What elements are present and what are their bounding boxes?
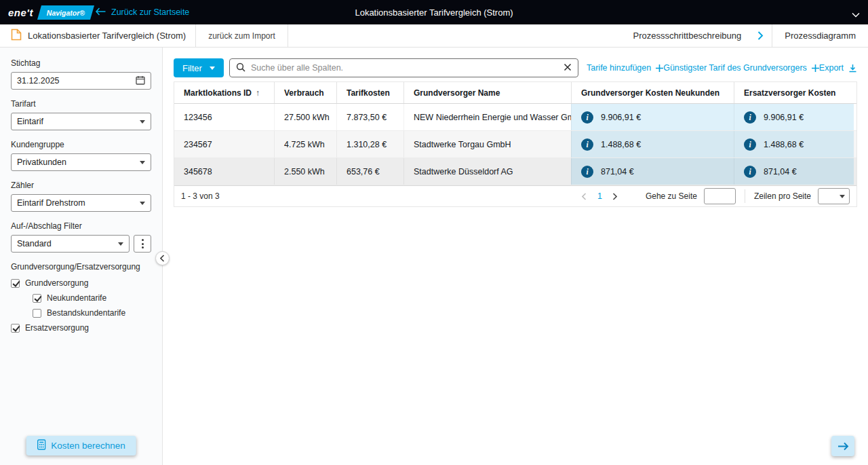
kundengruppe-value: Privatkunden — [17, 157, 66, 167]
zaehler-label: Zähler — [11, 181, 151, 190]
cell-verbrauch: 2.550 kWh — [274, 158, 336, 185]
zaehler-select[interactable]: Eintarif Drehstrom — [11, 194, 151, 212]
pagination-bar: 1 - 3 von 3 1 Gehe zu Seite Zeilen pro S… — [174, 185, 856, 206]
filter-button[interactable]: Filter — [174, 58, 224, 77]
zaehler-value: Eintarif Drehstrom — [17, 198, 85, 208]
table-row[interactable]: 234567 4.725 kWh 1.310,28 € Stadtwerke T… — [174, 131, 856, 158]
plus-icon — [656, 64, 663, 72]
kebab-menu-icon — [142, 239, 144, 248]
info-icon[interactable] — [581, 138, 593, 151]
tab-tarifvergleich[interactable]: Lokationsbasierter Tarifvergleich (Strom… — [0, 24, 195, 47]
next-step-button[interactable] — [831, 436, 854, 456]
tab-title: Lokationsbasierter Tarifvergleich (Strom… — [28, 31, 186, 41]
expand-chevron-icon[interactable] — [749, 24, 772, 47]
back-to-home-link[interactable]: Zurück zur Startseite — [95, 7, 189, 18]
download-icon — [848, 64, 857, 73]
more-options-button[interactable] — [134, 235, 151, 253]
column-label: Marktlokations ID — [184, 88, 252, 98]
filter-button-label: Filter — [182, 63, 202, 73]
navigator-badge: Navigator® — [37, 5, 94, 20]
cost-value: 9.906,91 € — [764, 113, 804, 122]
top-bar: ene't Navigator® Zurück zur Startseite L… — [0, 0, 868, 24]
chevron-down-icon — [118, 242, 123, 246]
main-content: Filter Tarife hinzufügen Günstigster Tar… — [163, 48, 868, 465]
column-header-verbrauch[interactable]: Verbrauch — [274, 82, 336, 103]
abschlag-filter-select[interactable]: Standard — [11, 235, 130, 253]
checkbox-grundversorgung[interactable]: Grundversorgung — [11, 278, 151, 288]
process-diagram-button[interactable]: Prozessdiagramm — [772, 24, 868, 47]
checkbox-label: Neukundentarife — [47, 293, 106, 303]
chevron-down-icon — [840, 195, 845, 198]
cell-ersatzversorger-kosten: 871,04 € — [734, 158, 854, 185]
stichtag-value: 31.12.2025 — [17, 76, 60, 86]
cell-grundversorger-kosten: 1.488,68 € — [571, 131, 734, 157]
table-row[interactable]: 123456 27.500 kWh 7.873,50 € NEW Niederr… — [174, 104, 856, 131]
plus-icon — [812, 64, 819, 72]
tarifart-value: Eintarif — [17, 117, 43, 126]
info-icon[interactable] — [744, 166, 756, 178]
search-box[interactable] — [229, 58, 578, 77]
subheader-spacer — [288, 24, 625, 47]
add-tariffs-link[interactable]: Tarife hinzufügen — [587, 63, 663, 73]
cheapest-tariff-link[interactable]: Günstigster Tarif des Grundversorgers — [663, 63, 819, 73]
kundengruppe-label: Kundengruppe — [11, 140, 151, 149]
sort-ascending-icon[interactable]: ↑ — [256, 88, 260, 98]
checkbox-box[interactable] — [33, 294, 41, 303]
column-header-ersatzversorger-kosten[interactable]: Ersatzversorger Kosten — [734, 82, 854, 103]
tarifart-select[interactable]: Eintarif — [11, 113, 151, 130]
back-arrow-icon — [95, 7, 106, 18]
cell-grundversorger-name: NEW Niederrhein Energie und Wasser GmbH — [403, 104, 571, 130]
results-table: Marktlokations ID ↑ Verbrauch Tarifkoste… — [174, 81, 857, 207]
checkbox-box[interactable] — [33, 309, 41, 318]
cost-value: 871,04 € — [764, 167, 797, 176]
table-toolbar: Filter Tarife hinzufügen Günstigster Tar… — [174, 58, 857, 77]
checkbox-ersatzversorgung[interactable]: Ersatzversorgung — [11, 323, 151, 333]
arrow-right-icon — [837, 442, 849, 451]
cell-verbrauch: 4.725 kWh — [274, 131, 336, 157]
rows-per-page-select[interactable] — [818, 188, 850, 204]
current-page-number[interactable]: 1 — [597, 191, 602, 201]
pagination-range-text: 1 - 3 von 3 — [181, 191, 220, 201]
calendar-icon[interactable] — [136, 75, 145, 87]
export-label: Export — [819, 63, 844, 73]
pagination-divider — [745, 189, 745, 203]
info-icon[interactable] — [744, 138, 756, 151]
toolbar-links: Tarife hinzufügen Günstigster Tarif des … — [578, 63, 857, 73]
page-title: Lokationsbasierter Tarifvergleich (Strom… — [203, 7, 665, 18]
info-icon[interactable] — [744, 111, 756, 124]
cost-value: 871,04 € — [601, 167, 634, 176]
back-to-import-button[interactable]: zurück zum Import — [195, 24, 288, 47]
search-icon — [236, 62, 245, 74]
cell-tarifkosten: 653,76 € — [336, 158, 403, 185]
filter-sidebar: Stichtag 31.12.2025 Tarifart Eintarif Ku… — [0, 48, 163, 465]
checkbox-neukundentarife[interactable]: Neukundentarife — [33, 293, 151, 303]
cell-marktlokations-id: 234567 — [174, 131, 274, 157]
checkbox-bestandskundentarife[interactable]: Bestandskundentarife — [33, 308, 151, 318]
column-header-grundversorger-name[interactable]: Grundversorger Name — [403, 82, 571, 103]
checkbox-box[interactable] — [11, 324, 20, 333]
kundengruppe-select[interactable]: Privatkunden — [11, 153, 151, 171]
clear-search-icon[interactable] — [564, 63, 572, 73]
column-header-marktlokations-id[interactable]: Marktlokations ID ↑ — [174, 82, 274, 103]
sidebar-collapse-button[interactable] — [155, 251, 170, 265]
calculate-costs-button[interactable]: Kosten berechnen — [26, 436, 136, 455]
column-header-grundversorger-kosten[interactable]: Grundversorger Kosten Neukunden — [571, 82, 734, 103]
checkbox-box[interactable] — [11, 279, 20, 288]
chevron-down-icon[interactable] — [852, 10, 860, 20]
next-page-button[interactable] — [608, 193, 623, 200]
info-icon[interactable] — [581, 166, 593, 178]
export-link[interactable]: Export — [819, 63, 857, 73]
goto-page-label: Gehe zu Seite — [646, 191, 697, 201]
info-icon[interactable] — [581, 111, 593, 124]
previous-page-button[interactable] — [577, 193, 592, 200]
search-input[interactable] — [251, 63, 558, 73]
chevron-down-icon — [210, 67, 215, 70]
abschlag-filter-label: Auf-/Abschlag Filter — [11, 221, 151, 231]
process-step-description-label: Prozessschrittbeschreibung — [625, 24, 750, 47]
stichtag-label: Stichtag — [11, 58, 151, 68]
stichtag-date-input[interactable]: 31.12.2025 — [11, 72, 151, 90]
column-header-tarifkosten[interactable]: Tarifkosten — [336, 82, 403, 103]
table-row[interactable]: 345678 2.550 kWh 653,76 € Stadtwerke Düs… — [174, 158, 856, 185]
cell-grundversorger-kosten: 871,04 € — [571, 158, 734, 185]
goto-page-input[interactable] — [704, 188, 736, 204]
